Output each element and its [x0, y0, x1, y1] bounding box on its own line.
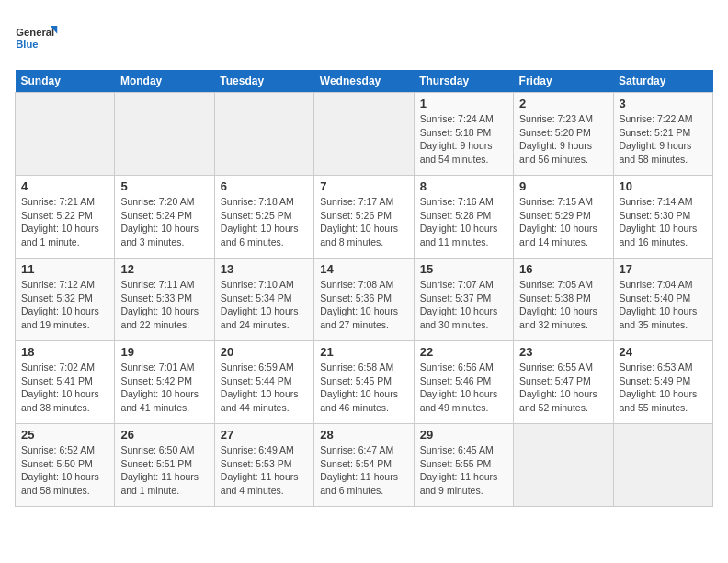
day-number: 1: [420, 97, 507, 110]
day-number: 11: [21, 262, 108, 276]
day-info: Sunrise: 6:58 AMSunset: 5:45 PMDaylight:…: [320, 361, 407, 415]
weekday-header-row: SundayMondayTuesdayWednesdayThursdayFrid…: [16, 70, 713, 93]
day-info: Sunrise: 6:47 AMSunset: 5:54 PMDaylight:…: [320, 443, 407, 498]
calendar-cell: 2Sunrise: 7:23 AMSunset: 5:20 PMDaylight…: [514, 93, 613, 176]
day-info: Sunrise: 6:50 AMSunset: 5:51 PMDaylight:…: [120, 443, 208, 498]
day-number: 26: [120, 428, 208, 442]
calendar-cell: 7Sunrise: 7:17 AMSunset: 5:26 PMDaylight…: [314, 176, 414, 259]
calendar-cell: [514, 424, 613, 507]
calendar-cell: 27Sunrise: 6:49 AMSunset: 5:53 PMDayligh…: [214, 424, 313, 507]
day-number: 4: [21, 179, 108, 193]
svg-text:General: General: [16, 27, 54, 38]
week-row-4: 18Sunrise: 7:02 AMSunset: 5:41 PMDayligh…: [16, 341, 713, 424]
calendar-cell: 18Sunrise: 7:02 AMSunset: 5:41 PMDayligh…: [16, 341, 115, 424]
day-number: 12: [120, 262, 208, 276]
calendar-cell: 29Sunrise: 6:45 AMSunset: 5:55 PMDayligh…: [414, 424, 513, 507]
day-number: 29: [420, 428, 507, 442]
week-row-2: 4Sunrise: 7:21 AMSunset: 5:22 PMDaylight…: [16, 176, 713, 259]
calendar-cell: 21Sunrise: 6:58 AMSunset: 5:45 PMDayligh…: [314, 341, 414, 424]
calendar-cell: 25Sunrise: 6:52 AMSunset: 5:50 PMDayligh…: [16, 424, 115, 507]
day-number: 20: [221, 345, 308, 359]
day-number: 19: [120, 345, 208, 359]
day-info: Sunrise: 6:52 AMSunset: 5:50 PMDaylight:…: [21, 443, 108, 498]
calendar-cell: 10Sunrise: 7:14 AMSunset: 5:30 PMDayligh…: [613, 176, 712, 259]
calendar-cell: 28Sunrise: 6:47 AMSunset: 5:54 PMDayligh…: [314, 424, 414, 507]
day-number: 22: [420, 345, 507, 359]
calendar-cell: 12Sunrise: 7:11 AMSunset: 5:33 PMDayligh…: [115, 259, 214, 341]
weekday-header-friday: Friday: [514, 70, 613, 93]
day-number: 17: [620, 262, 707, 276]
logo: General Blue: [15, 15, 61, 61]
day-number: 18: [21, 345, 108, 359]
day-info: Sunrise: 6:53 AMSunset: 5:49 PMDaylight:…: [620, 361, 707, 415]
day-number: 6: [221, 179, 308, 193]
calendar-table: SundayMondayTuesdayWednesdayThursdayFrid…: [15, 70, 713, 507]
day-info: Sunrise: 6:45 AMSunset: 5:55 PMDaylight:…: [420, 443, 507, 498]
day-info: Sunrise: 7:02 AMSunset: 5:41 PMDaylight:…: [21, 361, 108, 415]
weekday-header-monday: Monday: [115, 70, 214, 93]
calendar-cell: 1Sunrise: 7:24 AMSunset: 5:18 PMDaylight…: [414, 93, 513, 176]
day-number: 8: [420, 179, 507, 193]
page-header: General Blue: [15, 15, 713, 61]
day-info: Sunrise: 7:01 AMSunset: 5:42 PMDaylight:…: [120, 361, 208, 415]
calendar-cell: [16, 93, 115, 176]
day-number: 25: [21, 428, 108, 442]
day-number: 28: [320, 428, 407, 442]
calendar-cell: 20Sunrise: 6:59 AMSunset: 5:44 PMDayligh…: [214, 341, 313, 424]
day-info: Sunrise: 7:04 AMSunset: 5:40 PMDaylight:…: [620, 278, 707, 332]
svg-text:Blue: Blue: [16, 39, 38, 50]
week-row-5: 25Sunrise: 6:52 AMSunset: 5:50 PMDayligh…: [16, 424, 713, 507]
day-info: Sunrise: 7:12 AMSunset: 5:32 PMDaylight:…: [21, 278, 108, 332]
calendar-cell: 5Sunrise: 7:20 AMSunset: 5:24 PMDaylight…: [115, 176, 214, 259]
calendar-cell: 17Sunrise: 7:04 AMSunset: 5:40 PMDayligh…: [613, 259, 712, 341]
day-number: 21: [320, 345, 407, 359]
day-info: Sunrise: 7:08 AMSunset: 5:36 PMDaylight:…: [320, 278, 407, 332]
calendar-cell: 16Sunrise: 7:05 AMSunset: 5:38 PMDayligh…: [514, 259, 613, 341]
day-number: 23: [519, 345, 607, 359]
calendar-cell: 6Sunrise: 7:18 AMSunset: 5:25 PMDaylight…: [214, 176, 313, 259]
calendar-cell: [314, 93, 414, 176]
day-info: Sunrise: 7:22 AMSunset: 5:21 PMDaylight:…: [620, 112, 707, 167]
day-number: 9: [519, 179, 607, 193]
weekday-header-thursday: Thursday: [414, 70, 513, 93]
day-info: Sunrise: 6:49 AMSunset: 5:53 PMDaylight:…: [221, 443, 308, 498]
day-number: 3: [620, 97, 707, 110]
day-number: 7: [320, 179, 407, 193]
day-info: Sunrise: 7:14 AMSunset: 5:30 PMDaylight:…: [620, 195, 707, 249]
day-number: 5: [120, 179, 208, 193]
calendar-cell: [115, 93, 214, 176]
calendar-cell: 15Sunrise: 7:07 AMSunset: 5:37 PMDayligh…: [414, 259, 513, 341]
day-info: Sunrise: 7:10 AMSunset: 5:34 PMDaylight:…: [221, 278, 308, 332]
day-info: Sunrise: 7:24 AMSunset: 5:18 PMDaylight:…: [420, 112, 507, 167]
calendar-cell: 24Sunrise: 6:53 AMSunset: 5:49 PMDayligh…: [613, 341, 712, 424]
week-row-1: 1Sunrise: 7:24 AMSunset: 5:18 PMDaylight…: [16, 93, 713, 176]
calendar-cell: 22Sunrise: 6:56 AMSunset: 5:46 PMDayligh…: [414, 341, 513, 424]
calendar-cell: 19Sunrise: 7:01 AMSunset: 5:42 PMDayligh…: [115, 341, 214, 424]
day-info: Sunrise: 7:23 AMSunset: 5:20 PMDaylight:…: [519, 112, 607, 167]
weekday-header-tuesday: Tuesday: [214, 70, 313, 93]
weekday-header-saturday: Saturday: [613, 70, 712, 93]
calendar-cell: 3Sunrise: 7:22 AMSunset: 5:21 PMDaylight…: [613, 93, 712, 176]
weekday-header-wednesday: Wednesday: [314, 70, 414, 93]
calendar-cell: 13Sunrise: 7:10 AMSunset: 5:34 PMDayligh…: [214, 259, 313, 341]
day-number: 16: [519, 262, 607, 276]
day-info: Sunrise: 7:07 AMSunset: 5:37 PMDaylight:…: [420, 278, 507, 332]
calendar-cell: 8Sunrise: 7:16 AMSunset: 5:28 PMDaylight…: [414, 176, 513, 259]
week-row-3: 11Sunrise: 7:12 AMSunset: 5:32 PMDayligh…: [16, 259, 713, 341]
logo-svg: General Blue: [15, 15, 61, 61]
calendar-cell: 9Sunrise: 7:15 AMSunset: 5:29 PMDaylight…: [514, 176, 613, 259]
calendar-cell: 14Sunrise: 7:08 AMSunset: 5:36 PMDayligh…: [314, 259, 414, 341]
calendar-cell: 26Sunrise: 6:50 AMSunset: 5:51 PMDayligh…: [115, 424, 214, 507]
day-number: 13: [221, 262, 308, 276]
calendar-cell: 23Sunrise: 6:55 AMSunset: 5:47 PMDayligh…: [514, 341, 613, 424]
day-info: Sunrise: 6:56 AMSunset: 5:46 PMDaylight:…: [420, 361, 507, 415]
calendar-cell: [214, 93, 313, 176]
calendar-cell: 4Sunrise: 7:21 AMSunset: 5:22 PMDaylight…: [16, 176, 115, 259]
calendar-cell: [613, 424, 712, 507]
day-info: Sunrise: 7:11 AMSunset: 5:33 PMDaylight:…: [120, 278, 208, 332]
day-number: 15: [420, 262, 507, 276]
day-info: Sunrise: 7:20 AMSunset: 5:24 PMDaylight:…: [120, 195, 208, 249]
day-info: Sunrise: 6:55 AMSunset: 5:47 PMDaylight:…: [519, 361, 607, 415]
calendar-cell: 11Sunrise: 7:12 AMSunset: 5:32 PMDayligh…: [16, 259, 115, 341]
weekday-header-sunday: Sunday: [16, 70, 115, 93]
